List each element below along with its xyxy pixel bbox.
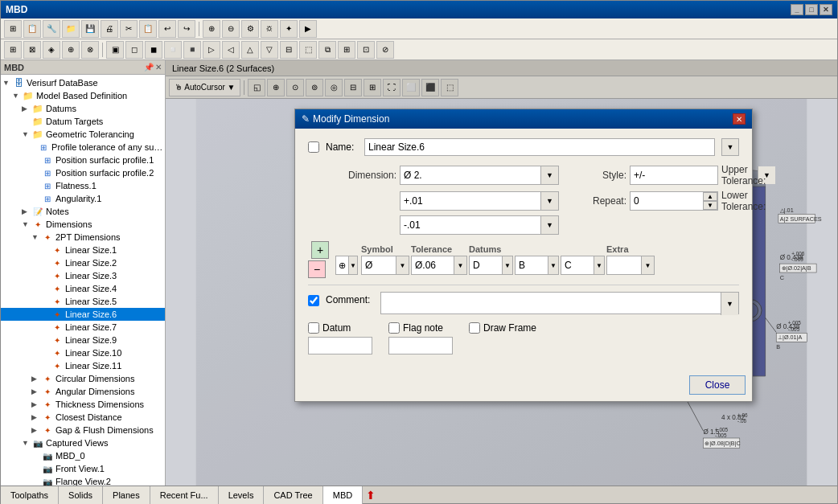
pin-button[interactable]: 📌 — [144, 63, 154, 72]
tree-item-ls11[interactable]: ✦Linear Size.11 — [1, 359, 165, 372]
toolbar-btn-8[interactable]: 📋 — [139, 20, 157, 38]
tree-item-2pt-dim[interactable]: ▼✦2PT Dimensions — [1, 231, 165, 244]
comment-checkbox[interactable] — [308, 295, 319, 306]
toolbar-btn-15[interactable]: ✦ — [280, 20, 298, 38]
name-checkbox[interactable] — [308, 141, 319, 153]
tree-item-datums[interactable]: ▶📁Datums — [1, 102, 165, 115]
status-tab-planes[interactable]: Planes — [103, 486, 150, 504]
datum2-dropdown[interactable]: ▼ — [548, 256, 558, 274]
extra-input[interactable] — [607, 256, 641, 274]
tree-item-geo-tol[interactable]: ▼📁Geometric Tolerancing — [1, 128, 165, 141]
toolbar2-btn-5[interactable]: ⊗ — [81, 41, 99, 59]
tree-expand-icon-gap-flush[interactable]: ▶ — [31, 426, 41, 434]
tree-expand-icon-dimensions[interactable]: ▼ — [22, 220, 31, 228]
tree-item-ls6[interactable]: ✦Linear Size.6 — [1, 308, 165, 321]
toolbar2-btn-3[interactable]: ◈ — [43, 41, 60, 59]
tree-item-notes[interactable]: ▶📝Notes — [1, 205, 165, 218]
toolbar2-btn-2[interactable]: ⊠ — [23, 41, 41, 59]
tree-item-ls1[interactable]: ✦Linear Size.1 — [1, 244, 165, 256]
tree-item-frontview1[interactable]: 📷Front View.1 — [1, 462, 165, 475]
remove-tolerance-row-button[interactable]: − — [308, 260, 326, 278]
tree-expand-icon-2pt-dim[interactable]: ▼ — [31, 233, 41, 241]
tree-expand-icon-closest[interactable]: ▶ — [31, 413, 41, 421]
datum-checkbox[interactable] — [308, 322, 319, 334]
toolbar2-btn-13[interactable]: △ — [241, 41, 259, 59]
tree-expand-icon-verisurf-db[interactable]: ▼ — [2, 79, 12, 87]
tree-item-ls10[interactable]: ✦Linear Size.10 — [1, 346, 165, 359]
toolbar-btn-2[interactable]: 📋 — [23, 20, 41, 38]
toolbar-btn-3[interactable]: 🔧 — [43, 20, 60, 38]
toolbar2-btn-18[interactable]: ⊞ — [338, 41, 355, 59]
repeat-up-button[interactable]: ▲ — [703, 192, 717, 201]
toolbar2-btn-20[interactable]: ⊘ — [376, 41, 394, 59]
datum1-input[interactable] — [470, 256, 502, 274]
toolbar-btn-1[interactable]: ⊞ — [4, 20, 22, 38]
toolbar-btn-11[interactable]: ⊕ — [203, 20, 220, 38]
toolbar-btn-6[interactable]: 🖨 — [101, 20, 118, 38]
flag-note-value-input[interactable] — [388, 337, 453, 354]
tree-item-dimensions[interactable]: ▼✦Dimensions — [1, 218, 165, 231]
datum3-dropdown[interactable]: ▼ — [594, 256, 604, 274]
repeat-input[interactable] — [631, 192, 703, 210]
tree-item-circ-dim[interactable]: ▶✦Circular Dimensions — [1, 372, 165, 385]
lower-tol-dropdown-button[interactable]: ▼ — [540, 216, 558, 234]
tree-expand-icon-captured-views[interactable]: ▼ — [22, 439, 31, 447]
tree-item-flangeview2[interactable]: 📷Flange View.2 — [1, 475, 165, 486]
symbol-prefix-dropdown[interactable]: ▼ — [348, 256, 357, 274]
toolbar2-btn-8[interactable]: ◼ — [145, 41, 162, 59]
status-tab-recent-fu---[interactable]: Recent Fu... — [150, 486, 219, 504]
status-tab-levels[interactable]: Levels — [219, 486, 265, 504]
toolbar2-btn-9[interactable]: ◽ — [164, 41, 182, 59]
toolbar2-btn-4[interactable]: ⊕ — [62, 41, 80, 59]
comment-input[interactable] — [381, 293, 721, 313]
symbol-value-dropdown[interactable]: ▼ — [396, 256, 409, 274]
close-button[interactable]: ✕ — [820, 4, 832, 15]
toolbar2-btn-19[interactable]: ⊡ — [357, 41, 375, 59]
upper-tolerance-input[interactable] — [401, 192, 540, 210]
tree-item-mbd[interactable]: ▼📁Model Based Definition — [1, 89, 165, 102]
toolbar-btn-12[interactable]: ⊖ — [222, 20, 240, 38]
draw-frame-checkbox[interactable] — [469, 322, 480, 334]
datum1-dropdown[interactable]: ▼ — [502, 256, 512, 274]
tree-expand-icon-circ-dim[interactable]: ▶ — [31, 375, 41, 383]
add-tolerance-row-button[interactable]: + — [311, 241, 329, 259]
tree-item-ls3[interactable]: ✦Linear Size.3 — [1, 269, 165, 282]
toolbar-btn-10[interactable]: ↪ — [178, 20, 195, 38]
tree-item-ls2[interactable]: ✦Linear Size.2 — [1, 256, 165, 269]
extra-dropdown[interactable]: ▼ — [641, 256, 654, 274]
tree-expand-icon-datums[interactable]: ▶ — [22, 104, 31, 113]
tree-item-gap-flush[interactable]: ▶✦Gap & Flush Dimensions — [1, 424, 165, 436]
status-tab-mbd[interactable]: MBD — [323, 486, 363, 504]
dimension-input[interactable] — [401, 166, 540, 184]
toolbar2-btn-6[interactable]: ▣ — [106, 41, 124, 59]
tree-item-captured-views[interactable]: ▼📷Captured Views — [1, 436, 165, 449]
repeat-down-button[interactable]: ▼ — [703, 201, 717, 210]
datum3-input[interactable] — [561, 256, 594, 274]
close-panel-button[interactable]: ✕ — [155, 63, 162, 72]
comment-dropdown-button[interactable]: ▼ — [721, 293, 738, 315]
dialog-close-button[interactable]: ✕ — [733, 113, 746, 125]
tree-item-position1[interactable]: ⊞Position surfacic profile.1 — [1, 154, 165, 166]
toolbar2-btn-15[interactable]: ⊟ — [280, 41, 298, 59]
tree-expand-icon-ang-dim[interactable]: ▶ — [31, 387, 41, 395]
toolbar2-btn-14[interactable]: ▽ — [261, 41, 278, 59]
tree-item-position2[interactable]: ⊞Position surfacic profile.2 — [1, 166, 165, 179]
tolerance-value-input[interactable] — [412, 256, 454, 274]
tree-expand-icon-notes[interactable]: ▶ — [22, 207, 31, 215]
toolbar-btn-5[interactable]: 💾 — [81, 20, 99, 38]
toolbar-btn-16[interactable]: ▶ — [299, 20, 317, 38]
tree-expand-icon-mbd[interactable]: ▼ — [12, 92, 22, 100]
toolbar2-btn-7[interactable]: ◻ — [125, 41, 143, 59]
minimize-button[interactable]: _ — [791, 4, 803, 15]
toolbar2-btn-12[interactable]: ◁ — [222, 41, 240, 59]
tree-item-angularity1[interactable]: ⊞Angularity.1 — [1, 192, 165, 205]
flag-note-checkbox[interactable] — [388, 322, 400, 334]
tree-expand-icon-geo-tol[interactable]: ▼ — [22, 130, 31, 138]
status-tab-solids[interactable]: Solids — [59, 486, 103, 504]
toolbar2-btn-1[interactable]: ⊞ — [4, 41, 22, 59]
datum-value-input[interactable] — [308, 337, 372, 354]
toolbar2-btn-16[interactable]: ⬚ — [299, 41, 317, 59]
name-dropdown-button[interactable]: ▼ — [721, 138, 739, 156]
tree-item-verisurf-db[interactable]: ▼🗄Verisurf DataBase — [1, 76, 165, 89]
maximize-button[interactable]: □ — [805, 4, 818, 15]
